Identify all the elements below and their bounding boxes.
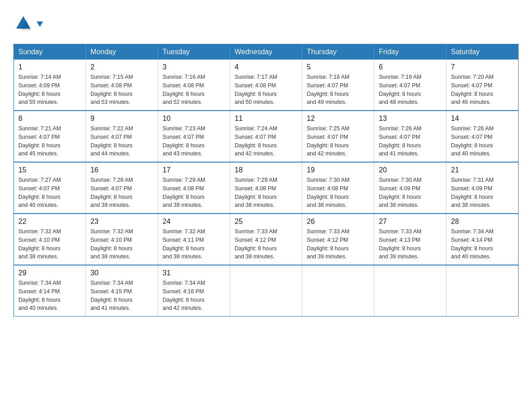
day-info: Sunrise: 7:20 AM Sunset: 4:07 PM Dayligh… — [451, 73, 514, 107]
calendar-day-cell: 23 Sunrise: 7:32 AM Sunset: 4:10 PM Dayl… — [86, 214, 158, 265]
calendar-empty-cell — [446, 265, 519, 317]
calendar-day-cell: 29 Sunrise: 7:34 AM Sunset: 4:14 PM Dayl… — [14, 265, 86, 317]
day-info: Sunrise: 7:18 AM Sunset: 4:07 PM Dayligh… — [307, 73, 369, 107]
calendar-day-cell: 3 Sunrise: 7:16 AM Sunset: 4:08 PM Dayli… — [158, 60, 230, 111]
day-number: 17 — [163, 166, 225, 174]
calendar-day-cell: 22 Sunrise: 7:32 AM Sunset: 4:10 PM Dayl… — [14, 214, 86, 265]
day-info: Sunrise: 7:14 AM Sunset: 4:09 PM Dayligh… — [18, 73, 81, 107]
calendar-day-cell: 27 Sunrise: 7:33 AM Sunset: 4:13 PM Dayl… — [374, 214, 446, 265]
day-info: Sunrise: 7:33 AM Sunset: 4:12 PM Dayligh… — [307, 227, 369, 261]
logo-area — [13, 13, 43, 35]
day-info: Sunrise: 7:17 AM Sunset: 4:08 PM Dayligh… — [235, 73, 297, 107]
day-number: 16 — [90, 166, 153, 174]
day-number: 18 — [235, 166, 297, 174]
day-number: 22 — [18, 218, 81, 226]
calendar-day-cell: 31 Sunrise: 7:34 AM Sunset: 4:16 PM Dayl… — [158, 265, 230, 317]
calendar-day-cell: 24 Sunrise: 7:32 AM Sunset: 4:11 PM Dayl… — [158, 214, 230, 265]
svg-marker-2 — [37, 21, 43, 27]
weekday-header-saturday: Saturday — [446, 44, 519, 60]
day-number: 11 — [235, 115, 297, 123]
day-number: 25 — [235, 218, 297, 226]
calendar-day-cell: 25 Sunrise: 7:33 AM Sunset: 4:12 PM Dayl… — [230, 214, 302, 265]
day-number: 23 — [90, 218, 153, 226]
day-number: 19 — [307, 166, 369, 174]
day-info: Sunrise: 7:16 AM Sunset: 4:08 PM Dayligh… — [163, 73, 225, 107]
calendar-day-cell: 28 Sunrise: 7:34 AM Sunset: 4:14 PM Dayl… — [446, 214, 519, 265]
day-number: 2 — [90, 63, 153, 71]
day-info: Sunrise: 7:34 AM Sunset: 4:14 PM Dayligh… — [451, 227, 514, 261]
calendar-day-cell: 21 Sunrise: 7:31 AM Sunset: 4:09 PM Dayl… — [446, 162, 519, 214]
calendar-day-cell: 1 Sunrise: 7:14 AM Sunset: 4:09 PM Dayli… — [14, 60, 86, 111]
day-info: Sunrise: 7:34 AM Sunset: 4:15 PM Dayligh… — [90, 279, 153, 313]
calendar-day-cell: 20 Sunrise: 7:30 AM Sunset: 4:09 PM Dayl… — [374, 162, 446, 214]
day-number: 30 — [90, 269, 153, 277]
calendar-day-cell: 5 Sunrise: 7:18 AM Sunset: 4:07 PM Dayli… — [302, 60, 374, 111]
day-info: Sunrise: 7:34 AM Sunset: 4:14 PM Dayligh… — [18, 279, 81, 313]
weekday-header-row: SundayMondayTuesdayWednesdayThursdayFrid… — [14, 44, 519, 60]
day-number: 31 — [163, 269, 225, 277]
day-number: 28 — [451, 218, 514, 226]
day-info: Sunrise: 7:30 AM Sunset: 4:09 PM Dayligh… — [379, 176, 442, 210]
day-info: Sunrise: 7:23 AM Sunset: 4:07 PM Dayligh… — [163, 124, 225, 158]
calendar-table: SundayMondayTuesdayWednesdayThursdayFrid… — [13, 44, 519, 317]
calendar-day-cell: 19 Sunrise: 7:30 AM Sunset: 4:08 PM Dayl… — [302, 162, 374, 214]
weekday-header-monday: Monday — [86, 44, 158, 60]
day-info: Sunrise: 7:24 AM Sunset: 4:07 PM Dayligh… — [235, 124, 297, 158]
calendar-day-cell: 17 Sunrise: 7:29 AM Sunset: 4:08 PM Dayl… — [158, 162, 230, 214]
calendar-day-cell: 14 Sunrise: 7:26 AM Sunset: 4:07 PM Dayl… — [446, 111, 519, 162]
calendar-day-cell: 13 Sunrise: 7:26 AM Sunset: 4:07 PM Dayl… — [374, 111, 446, 162]
day-number: 7 — [451, 63, 514, 71]
day-number: 21 — [451, 166, 514, 174]
day-info: Sunrise: 7:29 AM Sunset: 4:08 PM Dayligh… — [163, 176, 225, 210]
calendar-day-cell: 4 Sunrise: 7:17 AM Sunset: 4:08 PM Dayli… — [230, 60, 302, 111]
day-info: Sunrise: 7:22 AM Sunset: 4:07 PM Dayligh… — [90, 124, 153, 158]
day-number: 4 — [235, 63, 297, 71]
day-number: 24 — [163, 218, 225, 226]
day-info: Sunrise: 7:28 AM Sunset: 4:07 PM Dayligh… — [90, 176, 153, 210]
weekday-header-tuesday: Tuesday — [158, 44, 230, 60]
day-info: Sunrise: 7:32 AM Sunset: 4:10 PM Dayligh… — [90, 227, 153, 261]
calendar-day-cell: 8 Sunrise: 7:21 AM Sunset: 4:07 PM Dayli… — [14, 111, 86, 162]
day-number: 1 — [18, 63, 81, 71]
calendar-day-cell: 10 Sunrise: 7:23 AM Sunset: 4:07 PM Dayl… — [158, 111, 230, 162]
calendar-day-cell: 7 Sunrise: 7:20 AM Sunset: 4:07 PM Dayli… — [446, 60, 519, 111]
day-info: Sunrise: 7:26 AM Sunset: 4:07 PM Dayligh… — [379, 124, 442, 158]
calendar-day-cell: 15 Sunrise: 7:27 AM Sunset: 4:07 PM Dayl… — [14, 162, 86, 214]
day-number: 8 — [18, 115, 81, 123]
calendar-day-cell: 16 Sunrise: 7:28 AM Sunset: 4:07 PM Dayl… — [86, 162, 158, 214]
day-info: Sunrise: 7:33 AM Sunset: 4:12 PM Dayligh… — [235, 227, 297, 261]
day-number: 10 — [163, 115, 225, 123]
day-number: 20 — [379, 166, 442, 174]
day-info: Sunrise: 7:33 AM Sunset: 4:13 PM Dayligh… — [379, 227, 442, 261]
calendar-empty-cell — [302, 265, 374, 317]
day-info: Sunrise: 7:31 AM Sunset: 4:09 PM Dayligh… — [451, 176, 514, 210]
day-number: 29 — [18, 269, 81, 277]
day-number: 3 — [163, 63, 225, 71]
day-number: 27 — [379, 218, 442, 226]
day-number: 6 — [379, 63, 442, 71]
calendar-day-cell: 9 Sunrise: 7:22 AM Sunset: 4:07 PM Dayli… — [86, 111, 158, 162]
calendar-day-cell: 6 Sunrise: 7:19 AM Sunset: 4:07 PM Dayli… — [374, 60, 446, 111]
calendar-day-cell: 11 Sunrise: 7:24 AM Sunset: 4:07 PM Dayl… — [230, 111, 302, 162]
day-number: 26 — [307, 218, 369, 226]
day-info: Sunrise: 7:30 AM Sunset: 4:08 PM Dayligh… — [307, 176, 369, 210]
day-number: 12 — [307, 115, 369, 123]
day-info: Sunrise: 7:19 AM Sunset: 4:07 PM Dayligh… — [379, 73, 442, 107]
calendar-empty-cell — [230, 265, 302, 317]
page-header — [13, 13, 519, 35]
day-number: 13 — [379, 115, 442, 123]
logo-triangle-icon — [37, 18, 43, 31]
day-info: Sunrise: 7:25 AM Sunset: 4:07 PM Dayligh… — [307, 124, 369, 158]
day-number: 15 — [18, 166, 81, 174]
day-info: Sunrise: 7:26 AM Sunset: 4:07 PM Dayligh… — [451, 124, 514, 158]
calendar-week-row: 8 Sunrise: 7:21 AM Sunset: 4:07 PM Dayli… — [14, 111, 519, 162]
calendar-day-cell: 2 Sunrise: 7:15 AM Sunset: 4:08 PM Dayli… — [86, 60, 158, 111]
day-number: 9 — [90, 115, 153, 123]
calendar-week-row: 15 Sunrise: 7:27 AM Sunset: 4:07 PM Dayl… — [14, 162, 519, 214]
weekday-header-sunday: Sunday — [14, 44, 86, 60]
day-number: 5 — [307, 63, 369, 71]
day-info: Sunrise: 7:21 AM Sunset: 4:07 PM Dayligh… — [18, 124, 81, 158]
calendar-empty-cell — [374, 265, 446, 317]
calendar-day-cell: 12 Sunrise: 7:25 AM Sunset: 4:07 PM Dayl… — [302, 111, 374, 162]
day-info: Sunrise: 7:32 AM Sunset: 4:11 PM Dayligh… — [163, 227, 225, 261]
